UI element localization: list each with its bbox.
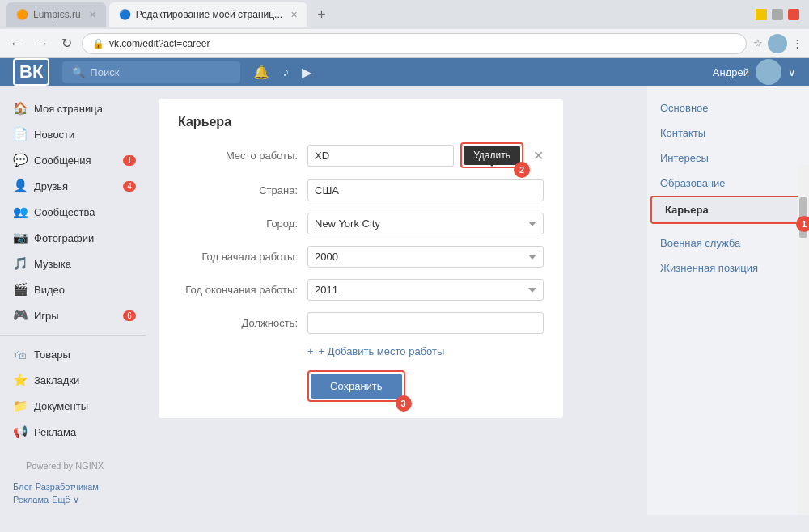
left-sidebar: 🏠 Моя страница 📄 Новости 💬 Сообщения 1 👤… xyxy=(0,86,146,515)
right-menu-military-label: Военная служба xyxy=(660,237,740,249)
avatar-icon[interactable] xyxy=(768,34,787,53)
notifications-icon[interactable]: 🔔 xyxy=(253,65,269,80)
delete-button[interactable]: Удалить xyxy=(464,146,520,165)
sidebar-label-ads: Реклама xyxy=(34,426,76,438)
city-control: New York City xyxy=(307,213,544,234)
sidebar-label-my-page: Моя страница xyxy=(34,103,103,115)
right-menu-contacts[interactable]: Контакты xyxy=(647,120,809,146)
communities-icon: 👥 xyxy=(13,205,28,219)
end-year-select[interactable]: 2011 xyxy=(307,279,544,301)
address-bar[interactable]: 🔒 vk.com/edit?act=career xyxy=(82,33,747,54)
tab-lumpics[interactable]: 🟠 Lumpics.ru ✕ xyxy=(6,2,106,27)
start-year-select[interactable]: 2000 xyxy=(307,246,544,268)
add-workplace-label: + Добавить место работы xyxy=(319,345,445,357)
city-row: Город: New York City xyxy=(178,213,544,234)
sidebar-link-ads[interactable]: Реклама xyxy=(13,495,49,505)
sidebar-item-bookmarks[interactable]: ⭐ Закладки xyxy=(0,367,146,393)
sidebar-label-news: Новости xyxy=(34,129,74,141)
start-year-label: Год начала работы: xyxy=(178,251,307,263)
user-menu[interactable]: Андрей ∨ xyxy=(713,59,796,85)
music-icon[interactable]: ♪ xyxy=(282,65,289,79)
right-menu-career[interactable]: Карьера xyxy=(652,197,804,222)
sidebar-item-photos[interactable]: 📷 Фотографии xyxy=(0,225,146,251)
sidebar-item-news[interactable]: 📄 Новости xyxy=(0,121,146,147)
menu-icon[interactable]: ⋮ xyxy=(792,37,803,49)
add-workplace-button[interactable]: + + Добавить место работы xyxy=(307,345,544,357)
right-menu-military[interactable]: Военная служба xyxy=(647,230,809,255)
new-tab-button[interactable]: + xyxy=(311,2,332,27)
right-menu-education-label: Образование xyxy=(660,177,726,189)
sidebar-label-documents: Документы xyxy=(34,400,88,412)
sidebar-item-my-page[interactable]: 🏠 Моя страница xyxy=(0,95,146,121)
star-icon[interactable]: ☆ xyxy=(753,37,763,49)
search-box[interactable]: 🔍 xyxy=(62,61,240,83)
tab-title-vk: Редактирование моей страниц... xyxy=(136,9,282,20)
vk-logo: ВК xyxy=(13,58,49,86)
back-button[interactable]: ← xyxy=(6,35,26,53)
sidebar-link-dev[interactable]: Разработчикам xyxy=(36,482,99,492)
right-menu-interests[interactable]: Интересы xyxy=(647,146,809,171)
friends-badge: 4 xyxy=(123,181,136,192)
video-nav-icon: 🎬 xyxy=(13,282,28,297)
position-row: Должность: xyxy=(178,312,544,334)
position-input[interactable] xyxy=(307,312,544,334)
minimize-button[interactable] xyxy=(756,9,767,20)
sidebar-item-music[interactable]: 🎵 Музыка xyxy=(0,251,146,277)
sidebar-label-messages: Сообщения xyxy=(34,154,91,167)
sidebar-item-messages[interactable]: 💬 Сообщения 1 xyxy=(0,147,146,173)
sidebar-label-music: Музыка xyxy=(34,258,71,270)
avatar xyxy=(756,59,781,85)
tab-vk[interactable]: 🔵 Редактирование моей страниц... ✕ xyxy=(109,2,307,27)
sidebar-label-bookmarks: Закладки xyxy=(34,374,79,386)
sidebar-item-ads[interactable]: 📢 Реклама xyxy=(0,419,146,445)
sidebar-link-more[interactable]: Ещё ∨ xyxy=(52,495,79,505)
sidebar-label-photos: Фотографии xyxy=(34,232,94,244)
refresh-button[interactable]: ↻ xyxy=(58,34,75,53)
workplace-input[interactable] xyxy=(307,145,454,167)
bookmarks-icon: ⭐ xyxy=(13,373,28,387)
photos-icon: 📷 xyxy=(13,230,28,245)
right-sidebar: Основное Контакты Интересы Образование К… xyxy=(647,86,809,515)
clear-workplace-button[interactable]: ✕ xyxy=(533,148,544,163)
sidebar-link-blog[interactable]: Блог xyxy=(13,482,32,492)
workplace-control: Удалить 2 ✕ xyxy=(307,142,544,168)
main-content: Карьера Место работы: Удалить xyxy=(146,86,647,515)
lock-icon: 🔒 xyxy=(92,38,104,49)
sidebar-item-games[interactable]: 🎮 Игры 6 xyxy=(0,302,146,328)
country-label: Страна: xyxy=(178,184,307,196)
city-select[interactable]: New York City xyxy=(307,213,544,234)
right-menu-life-position[interactable]: Жизненная позиция xyxy=(647,255,809,281)
country-control xyxy=(307,179,544,201)
close-button[interactable] xyxy=(788,9,799,20)
header-icons: 🔔 ♪ ▶ xyxy=(253,65,311,80)
right-menu-education[interactable]: Образование xyxy=(647,171,809,196)
search-input[interactable] xyxy=(90,66,231,78)
tab-close-vk[interactable]: ✕ xyxy=(290,10,298,20)
save-button[interactable]: Сохранить xyxy=(311,374,402,399)
start-year-control: 2000 xyxy=(307,246,544,268)
vk-header: ВК 🔍 🔔 ♪ ▶ Андрей ∨ xyxy=(0,58,809,86)
forward-button[interactable]: → xyxy=(32,35,52,53)
country-input[interactable] xyxy=(307,179,544,201)
career-card: Карьера Место работы: Удалить xyxy=(159,99,563,418)
right-menu-basic[interactable]: Основное xyxy=(647,95,809,120)
messages-icon: 💬 xyxy=(13,153,28,167)
annotation-2: 2 xyxy=(514,162,530,178)
right-menu-basic-label: Основное xyxy=(660,102,709,114)
end-year-row: Год окончания работы: 2011 xyxy=(178,279,544,301)
workplace-row: Место работы: Удалить 2 xyxy=(178,142,544,168)
maximize-button[interactable] xyxy=(772,9,783,20)
tab-close-lumpics[interactable]: ✕ xyxy=(89,10,96,20)
sidebar-item-video[interactable]: 🎬 Видео xyxy=(0,277,146,302)
sidebar-item-friends[interactable]: 👤 Друзья 4 xyxy=(0,173,146,199)
browser-action-icons: ☆ ⋮ xyxy=(753,34,803,53)
start-year-row: Год начала работы: 2000 xyxy=(178,246,544,268)
url-text: vk.com/edit?act=career xyxy=(109,38,736,49)
video-icon[interactable]: ▶ xyxy=(302,65,311,80)
end-year-label: Год окончания работы: xyxy=(178,284,307,296)
sidebar-item-documents[interactable]: 📁 Документы xyxy=(0,393,146,419)
annotation-1: 1 xyxy=(796,216,809,232)
annotation-3: 3 xyxy=(396,395,412,412)
sidebar-item-goods[interactable]: 🛍 Товары xyxy=(0,342,146,367)
sidebar-item-communities[interactable]: 👥 Сообщества xyxy=(0,199,146,225)
